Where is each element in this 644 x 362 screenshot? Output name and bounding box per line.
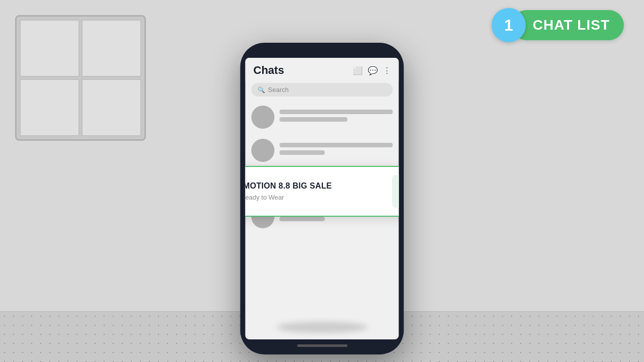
chat-item[interactable] (250, 134, 395, 167)
window-pane (20, 20, 79, 77)
ad-image (392, 175, 399, 208)
chat-list-number: 1 (492, 8, 526, 42)
avatar (252, 106, 275, 129)
chat-icon[interactable]: 💬 (368, 66, 378, 75)
search-bar[interactable]: 🔍 Search (252, 83, 393, 97)
avatar (252, 139, 275, 162)
window-frame (15, 15, 146, 141)
chat-line-name (280, 110, 393, 114)
ad-category: Ready to Wear (246, 194, 284, 201)
screen-header: Chats ⬜ 💬 ⋮ (246, 58, 399, 81)
more-icon[interactable]: ⋮ (383, 66, 391, 75)
phone: Chats ⬜ 💬 ⋮ 🔍 Search (240, 43, 404, 354)
phone-shadow (277, 322, 367, 333)
chat-item[interactable] (250, 101, 395, 134)
ad-title: PROMOTION 8.8 BIG SALE (246, 182, 386, 191)
chat-content (280, 143, 393, 158)
search-icon: 🔍 (258, 86, 265, 94)
window-pane (20, 79, 79, 136)
chat-content (280, 110, 393, 125)
chats-title: Chats (254, 64, 284, 77)
chat-line-name (280, 143, 393, 147)
phone-notch (294, 43, 350, 54)
chat-line-msg (280, 150, 325, 155)
chat-line-msg (280, 217, 325, 221)
ad-subtitle: AD • Ready to Wear (246, 194, 386, 201)
svg-rect-0 (392, 175, 399, 208)
ad-card[interactable]: × PROMOTION 8.8 BIG SALE AD • Ready to W… (246, 166, 399, 217)
clothing-illustration (392, 175, 399, 208)
phone-home-bar (297, 344, 347, 347)
phone-screen: Chats ⬜ 💬 ⋮ 🔍 Search (246, 58, 399, 339)
chat-list-button[interactable]: 1 CHAT LIST (492, 8, 624, 42)
window-pane (82, 20, 141, 77)
window-pane (82, 79, 141, 136)
chat-line-msg (280, 117, 348, 122)
header-icons: ⬜ 💬 ⋮ (353, 66, 391, 75)
search-placeholder: Search (268, 86, 289, 94)
video-icon[interactable]: ⬜ (353, 66, 363, 75)
ad-text-area: PROMOTION 8.8 BIG SALE AD • Ready to Wea… (246, 182, 386, 201)
chat-list-label: CHAT LIST (512, 10, 624, 40)
